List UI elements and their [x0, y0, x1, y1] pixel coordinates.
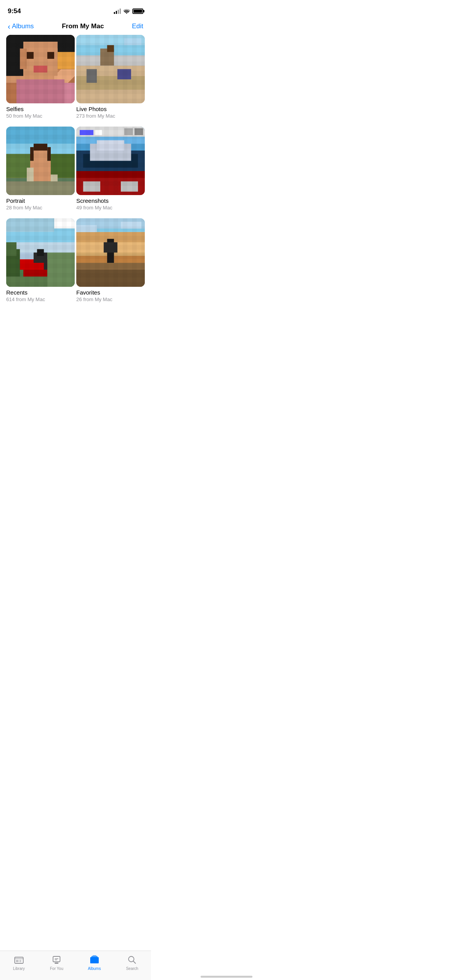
album-count-portrait: 28 from My Mac [6, 205, 75, 211]
back-button[interactable]: ‹ Albums [8, 22, 34, 30]
album-count-screenshots: 49 from My Mac [76, 205, 145, 211]
album-item-recents[interactable]: Recents 614 from My Mac [6, 218, 75, 308]
album-name-selfies: Selfies [6, 106, 75, 112]
album-name-favorites: Favorites [76, 289, 145, 296]
content-area: Selfies 50 from My Mac [0, 35, 151, 343]
album-name-live: Live Photos [76, 106, 145, 112]
album-thumbnail-portrait [6, 127, 75, 195]
battery-icon [132, 9, 143, 14]
album-count-favorites: 26 from My Mac [76, 296, 145, 302]
edit-button[interactable]: Edit [132, 22, 143, 30]
back-label: Albums [12, 22, 34, 30]
album-count-live: 273 from My Mac [76, 113, 145, 119]
album-count-recents: 614 from My Mac [6, 296, 75, 302]
album-name-recents: Recents [6, 289, 75, 296]
album-count-selfies: 50 from My Mac [6, 113, 75, 119]
album-name-screenshots: Screenshots [76, 197, 145, 204]
status-time: 9:54 [8, 7, 21, 15]
page-title: From My Mac [62, 22, 104, 30]
album-thumbnail-live [76, 35, 145, 103]
album-item-favorites[interactable]: Favorites 26 from My Mac [76, 218, 145, 308]
album-name-portrait: Portrait [6, 197, 75, 204]
wifi-icon [123, 8, 130, 15]
status-icons [114, 8, 143, 15]
chevron-left-icon: ‹ [8, 22, 10, 30]
album-thumbnail-screenshots [76, 127, 145, 195]
album-item-screenshots[interactable]: Screenshots 49 from My Mac [76, 127, 145, 217]
album-thumbnail-recents [6, 218, 75, 287]
album-thumbnail-selfies [6, 35, 75, 103]
signal-icon [114, 9, 121, 14]
album-item-live-photos[interactable]: Live Photos 273 from My Mac [76, 35, 145, 125]
nav-bar: ‹ Albums From My Mac Edit [0, 19, 151, 35]
album-thumbnail-favorites [76, 218, 145, 287]
album-item-portrait[interactable]: Portrait 28 from My Mac [6, 127, 75, 217]
albums-grid: Selfies 50 from My Mac [0, 35, 151, 308]
album-item-selfies[interactable]: Selfies 50 from My Mac [6, 35, 75, 125]
status-bar: 9:54 [0, 0, 151, 19]
